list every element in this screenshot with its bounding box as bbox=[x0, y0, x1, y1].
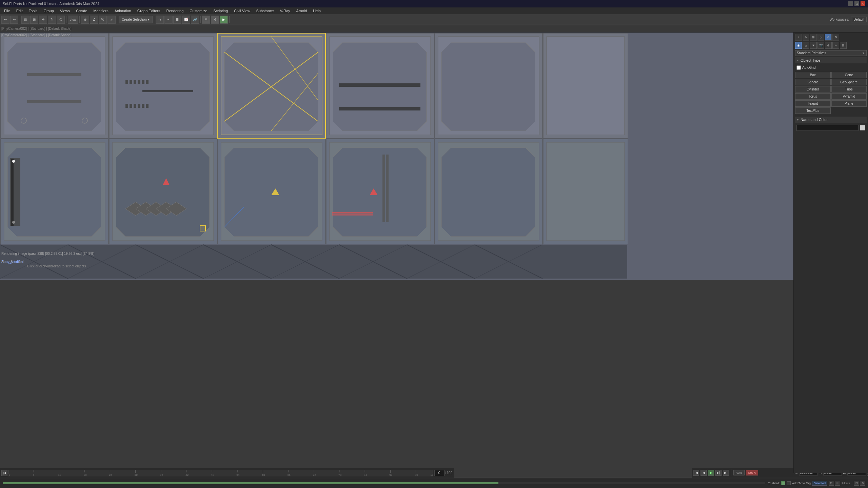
angle-snap[interactable]: ∠ bbox=[90, 16, 98, 24]
geometry-button[interactable]: ◉ bbox=[795, 42, 802, 49]
menu-tools[interactable]: Tools bbox=[26, 8, 40, 14]
svg-text:66: 66 bbox=[288, 473, 291, 476]
panel-tab-create[interactable]: + bbox=[795, 34, 802, 41]
maximize-button[interactable]: □ bbox=[854, 1, 859, 6]
panel-tab-modify[interactable]: ✎ bbox=[803, 34, 809, 41]
move-button[interactable]: ✥ bbox=[39, 16, 47, 24]
anim-play[interactable]: ▶ bbox=[708, 470, 714, 476]
primitive-plane[interactable]: Plane bbox=[831, 100, 867, 107]
auto-key-button[interactable]: Auto bbox=[733, 470, 745, 475]
category-dropdown[interactable]: Standard Primitives ▼ bbox=[795, 50, 867, 56]
menu-group[interactable]: Group bbox=[41, 8, 57, 14]
lights-button[interactable]: ☀ bbox=[810, 42, 817, 49]
create-selection-button[interactable]: Create Selection ▾ bbox=[119, 16, 153, 23]
panel-tab-hierarchy[interactable]: ⊞ bbox=[810, 34, 817, 41]
svg-rect-16 bbox=[146, 80, 149, 84]
primitive-tube[interactable]: Tube bbox=[831, 86, 867, 93]
anim-go-start[interactable]: |◀ bbox=[693, 470, 699, 476]
menu-modifiers[interactable]: Modifiers bbox=[91, 8, 111, 14]
workspace-default[interactable]: Default bbox=[851, 17, 867, 22]
object-type-section-title[interactable]: Object Type bbox=[795, 57, 867, 63]
primitive-cone[interactable]: Cone bbox=[831, 72, 867, 78]
select-button[interactable]: ⊡ bbox=[21, 16, 29, 24]
menu-file[interactable]: File bbox=[1, 8, 13, 14]
primitive-textplus[interactable]: TextPlus bbox=[795, 107, 831, 114]
menu-rendering[interactable]: Rendering bbox=[164, 8, 186, 14]
select-region-button[interactable]: ⊞ bbox=[30, 16, 38, 24]
scale-button[interactable]: ⬡ bbox=[57, 16, 65, 24]
menu-substance[interactable]: Substance bbox=[254, 8, 277, 14]
primitive-teapot[interactable]: Teapot bbox=[795, 100, 831, 107]
anim-controls: |◀ ◀ ▶ ▶| ▶| Auto Set R bbox=[692, 468, 793, 478]
menu-arnold[interactable]: Arnold bbox=[294, 8, 310, 14]
render-setup[interactable]: R bbox=[211, 16, 219, 24]
menu-edit[interactable]: Edit bbox=[14, 8, 25, 14]
anim-go-end[interactable]: ▶| bbox=[723, 470, 729, 476]
shapes-button[interactable]: △ bbox=[803, 42, 809, 49]
timeline-start-button[interactable]: |◀ bbox=[1, 470, 7, 476]
panel-tab-display[interactable]: ⊙ bbox=[825, 34, 832, 41]
primitive-box[interactable]: Box bbox=[795, 72, 831, 78]
view-button[interactable]: View bbox=[68, 16, 78, 24]
anim-next-frame[interactable]: ▶| bbox=[715, 470, 722, 476]
right-panel-tabs: + ✎ ⊞ ▷ ⊙ ⚙ bbox=[795, 34, 867, 41]
menu-help[interactable]: Help bbox=[310, 8, 323, 14]
selected-status[interactable]: Selected bbox=[812, 481, 827, 486]
svg-marker-3 bbox=[7, 43, 101, 131]
schematic-view[interactable]: 🔗 bbox=[191, 16, 199, 24]
mirror-button[interactable]: ⇆ bbox=[156, 16, 164, 24]
minimize-button[interactable]: ─ bbox=[848, 1, 853, 6]
primitive-cylinder[interactable]: Cylinder bbox=[795, 86, 831, 93]
systems-button[interactable]: ⊞ bbox=[840, 42, 847, 49]
svg-marker-50 bbox=[116, 148, 210, 237]
primitive-sphere[interactable]: Sphere bbox=[795, 79, 831, 85]
menu-civil-view[interactable]: Civil View bbox=[231, 8, 253, 14]
cameras-button[interactable]: 📷 bbox=[817, 42, 824, 49]
spacewarps-button[interactable]: ∿ bbox=[832, 42, 839, 49]
menu-customize[interactable]: Customize bbox=[187, 8, 210, 14]
menu-scripting[interactable]: Scripting bbox=[211, 8, 231, 14]
view-btn-2[interactable]: ☰ bbox=[835, 481, 840, 486]
percent-snap[interactable]: % bbox=[99, 16, 107, 24]
timeline-ruler[interactable]: 0 6 12 18 24 30 36 42 48 54 60 66 72 bbox=[8, 470, 433, 476]
primitive-geosphere[interactable]: GeoSphere bbox=[831, 79, 867, 85]
svg-text:84: 84 bbox=[364, 473, 367, 476]
filter-btn-1[interactable]: ⊡ bbox=[854, 481, 859, 486]
name-color-section-title[interactable]: Name and Color bbox=[795, 117, 867, 123]
current-frame-input[interactable] bbox=[434, 470, 445, 476]
lock-indicator[interactable] bbox=[787, 481, 791, 485]
rotate-button[interactable]: ↻ bbox=[48, 16, 56, 24]
modifier-label: Array_modifier bbox=[1, 260, 23, 264]
menu-create[interactable]: Create bbox=[73, 8, 90, 14]
align-button[interactable]: ≡ bbox=[164, 16, 173, 24]
layer-button[interactable]: ☰ bbox=[173, 16, 181, 24]
panel-tab-utilities[interactable]: ⚙ bbox=[832, 34, 839, 41]
anim-prev-frame[interactable]: ◀ bbox=[701, 470, 707, 476]
autogrid-checkbox[interactable] bbox=[796, 65, 801, 70]
curve-editor[interactable]: 📈 bbox=[182, 16, 190, 24]
menu-graph-editors[interactable]: Graph Editors bbox=[135, 8, 163, 14]
filter-btn-2[interactable]: ⊕ bbox=[860, 481, 865, 486]
panel-tab-motion[interactable]: ▷ bbox=[817, 34, 824, 41]
svg-point-47 bbox=[12, 221, 15, 224]
menu-views[interactable]: Views bbox=[57, 8, 73, 14]
menu-vray[interactable]: V-Ray bbox=[277, 8, 293, 14]
undo-button[interactable]: ↩ bbox=[1, 16, 9, 24]
material-editor[interactable]: M bbox=[202, 16, 210, 24]
helpers-button[interactable]: ⊕ bbox=[825, 42, 832, 49]
enabled-indicator[interactable] bbox=[781, 481, 785, 485]
primitive-torus[interactable]: Torus bbox=[795, 93, 831, 100]
snap-toggle[interactable]: ⊕ bbox=[81, 16, 89, 24]
menu-animation[interactable]: Animation bbox=[112, 8, 134, 14]
set-key-button[interactable]: Set R bbox=[746, 470, 758, 475]
svg-rect-76 bbox=[547, 142, 625, 241]
redo-button[interactable]: ↪ bbox=[10, 16, 18, 24]
object-name-input[interactable] bbox=[796, 125, 859, 131]
view-btn-1[interactable]: ⊡ bbox=[829, 481, 834, 486]
color-swatch[interactable] bbox=[860, 125, 865, 130]
render-button[interactable]: ▶ bbox=[220, 16, 228, 24]
primitive-pyramid[interactable]: Pyramid bbox=[831, 93, 867, 100]
spinner-snap[interactable]: ⤢ bbox=[107, 16, 116, 24]
close-button[interactable]: ✕ bbox=[861, 1, 865, 6]
main-canvas[interactable]: [PhyCamera002] | [Standard] | [Default S… bbox=[0, 33, 793, 280]
